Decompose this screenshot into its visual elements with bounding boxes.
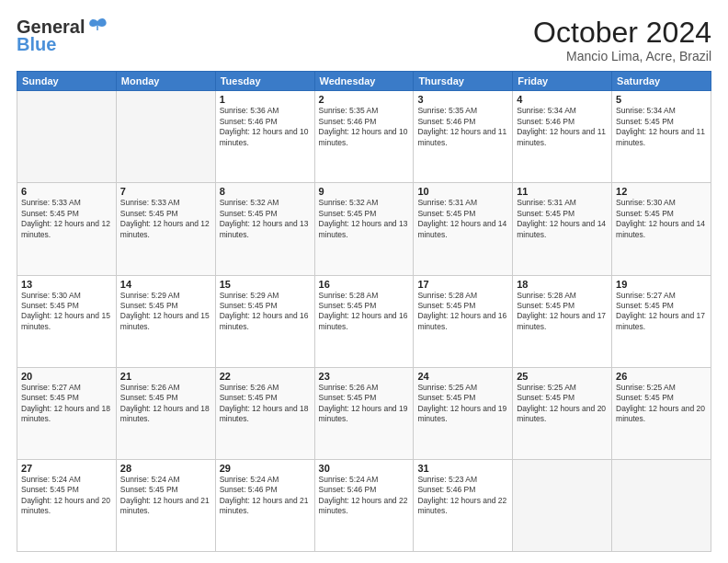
- calendar-week-row: 6Sunrise: 5:33 AMSunset: 5:45 PMDaylight…: [17, 183, 711, 275]
- day-info: Sunrise: 5:35 AMSunset: 5:46 PMDaylight:…: [319, 106, 410, 148]
- day-number: 14: [120, 279, 211, 290]
- day-info: Sunrise: 5:27 AMSunset: 5:45 PMDaylight:…: [21, 383, 112, 425]
- day-number: 1: [220, 94, 311, 105]
- day-number: 8: [220, 186, 311, 197]
- calendar-cell: 24Sunrise: 5:25 AMSunset: 5:45 PMDayligh…: [414, 367, 513, 459]
- day-info: Sunrise: 5:31 AMSunset: 5:45 PMDaylight:…: [517, 198, 608, 240]
- day-info: Sunrise: 5:26 AMSunset: 5:45 PMDaylight:…: [220, 383, 311, 425]
- day-info: Sunrise: 5:30 AMSunset: 5:45 PMDaylight:…: [616, 198, 707, 240]
- page: General Blue October 2024 Mancio Lima, A…: [0, 0, 728, 563]
- logo-bird-icon: [88, 17, 108, 34]
- month-title: October 2024: [533, 17, 711, 49]
- calendar: SundayMondayTuesdayWednesdayThursdayFrid…: [17, 71, 711, 552]
- day-info: Sunrise: 5:24 AMSunset: 5:46 PMDaylight:…: [220, 475, 311, 517]
- day-info: Sunrise: 5:29 AMSunset: 5:45 PMDaylight:…: [120, 291, 211, 333]
- calendar-week-row: 20Sunrise: 5:27 AMSunset: 5:45 PMDayligh…: [17, 367, 711, 459]
- day-info: Sunrise: 5:30 AMSunset: 5:45 PMDaylight:…: [21, 291, 112, 333]
- location-title: Mancio Lima, Acre, Brazil: [533, 49, 711, 63]
- day-info: Sunrise: 5:32 AMSunset: 5:45 PMDaylight:…: [220, 198, 311, 240]
- weekday-header: Tuesday: [215, 72, 314, 91]
- weekday-header: Monday: [116, 72, 215, 91]
- calendar-cell: 23Sunrise: 5:26 AMSunset: 5:45 PMDayligh…: [314, 367, 414, 459]
- calendar-cell: 17Sunrise: 5:28 AMSunset: 5:45 PMDayligh…: [414, 275, 513, 367]
- day-info: Sunrise: 5:33 AMSunset: 5:45 PMDaylight:…: [21, 198, 112, 240]
- calendar-cell: 9Sunrise: 5:32 AMSunset: 5:45 PMDaylight…: [314, 183, 414, 275]
- day-number: 2: [319, 94, 410, 105]
- calendar-cell: 19Sunrise: 5:27 AMSunset: 5:45 PMDayligh…: [612, 275, 711, 367]
- day-info: Sunrise: 5:28 AMSunset: 5:45 PMDaylight:…: [417, 291, 508, 333]
- day-number: 28: [120, 463, 211, 474]
- calendar-cell: 26Sunrise: 5:25 AMSunset: 5:45 PMDayligh…: [612, 367, 711, 459]
- calendar-cell: 5Sunrise: 5:34 AMSunset: 5:45 PMDaylight…: [612, 91, 711, 183]
- calendar-week-row: 27Sunrise: 5:24 AMSunset: 5:45 PMDayligh…: [17, 459, 711, 551]
- calendar-body: 1Sunrise: 5:36 AMSunset: 5:46 PMDaylight…: [17, 91, 711, 552]
- day-number: 6: [21, 186, 112, 197]
- day-info: Sunrise: 5:26 AMSunset: 5:45 PMDaylight:…: [120, 383, 211, 425]
- calendar-cell: [116, 91, 215, 183]
- day-number: 29: [220, 463, 311, 474]
- weekday-header: Sunday: [17, 72, 117, 91]
- day-info: Sunrise: 5:25 AMSunset: 5:45 PMDaylight:…: [517, 383, 608, 425]
- weekday-header: Wednesday: [314, 72, 414, 91]
- calendar-cell: 8Sunrise: 5:32 AMSunset: 5:45 PMDaylight…: [215, 183, 314, 275]
- day-number: 25: [517, 371, 608, 382]
- weekday-header: Saturday: [612, 72, 711, 91]
- calendar-week-row: 13Sunrise: 5:30 AMSunset: 5:45 PMDayligh…: [17, 275, 711, 367]
- day-number: 18: [517, 279, 608, 290]
- day-number: 5: [616, 94, 707, 105]
- calendar-cell: 11Sunrise: 5:31 AMSunset: 5:45 PMDayligh…: [513, 183, 612, 275]
- calendar-cell: 3Sunrise: 5:35 AMSunset: 5:46 PMDaylight…: [414, 91, 513, 183]
- day-info: Sunrise: 5:34 AMSunset: 5:45 PMDaylight:…: [616, 106, 707, 148]
- weekday-header: Thursday: [414, 72, 513, 91]
- calendar-cell: [513, 459, 612, 551]
- calendar-cell: 4Sunrise: 5:34 AMSunset: 5:46 PMDaylight…: [513, 91, 612, 183]
- day-number: 11: [517, 186, 608, 197]
- day-number: 30: [319, 463, 410, 474]
- day-number: 12: [616, 186, 707, 197]
- day-number: 31: [417, 463, 508, 474]
- day-info: Sunrise: 5:28 AMSunset: 5:45 PMDaylight:…: [517, 291, 608, 333]
- day-info: Sunrise: 5:31 AMSunset: 5:45 PMDaylight:…: [417, 198, 508, 240]
- day-number: 16: [319, 279, 410, 290]
- calendar-header-row: SundayMondayTuesdayWednesdayThursdayFrid…: [17, 72, 711, 91]
- day-info: Sunrise: 5:25 AMSunset: 5:45 PMDaylight:…: [616, 383, 707, 425]
- day-info: Sunrise: 5:36 AMSunset: 5:46 PMDaylight:…: [220, 106, 311, 148]
- day-number: 21: [120, 371, 211, 382]
- calendar-cell: 30Sunrise: 5:24 AMSunset: 5:46 PMDayligh…: [314, 459, 414, 551]
- calendar-cell: 18Sunrise: 5:28 AMSunset: 5:45 PMDayligh…: [513, 275, 612, 367]
- calendar-cell: 20Sunrise: 5:27 AMSunset: 5:45 PMDayligh…: [17, 367, 117, 459]
- day-info: Sunrise: 5:28 AMSunset: 5:45 PMDaylight:…: [319, 291, 410, 333]
- day-number: 3: [417, 94, 508, 105]
- calendar-cell: 13Sunrise: 5:30 AMSunset: 5:45 PMDayligh…: [17, 275, 117, 367]
- calendar-week-row: 1Sunrise: 5:36 AMSunset: 5:46 PMDaylight…: [17, 91, 711, 183]
- day-number: 23: [319, 371, 410, 382]
- calendar-cell: 27Sunrise: 5:24 AMSunset: 5:45 PMDayligh…: [17, 459, 117, 551]
- day-number: 10: [417, 186, 508, 197]
- day-info: Sunrise: 5:29 AMSunset: 5:45 PMDaylight:…: [220, 291, 311, 333]
- day-number: 9: [319, 186, 410, 197]
- day-info: Sunrise: 5:24 AMSunset: 5:45 PMDaylight:…: [120, 475, 211, 517]
- calendar-cell: 2Sunrise: 5:35 AMSunset: 5:46 PMDaylight…: [314, 91, 414, 183]
- day-info: Sunrise: 5:24 AMSunset: 5:46 PMDaylight:…: [319, 475, 410, 517]
- day-number: 19: [616, 279, 707, 290]
- day-info: Sunrise: 5:32 AMSunset: 5:45 PMDaylight:…: [319, 198, 410, 240]
- day-info: Sunrise: 5:33 AMSunset: 5:45 PMDaylight:…: [120, 198, 211, 240]
- day-number: 24: [417, 371, 508, 382]
- day-number: 15: [220, 279, 311, 290]
- calendar-cell: 22Sunrise: 5:26 AMSunset: 5:45 PMDayligh…: [215, 367, 314, 459]
- day-info: Sunrise: 5:23 AMSunset: 5:46 PMDaylight:…: [417, 475, 508, 517]
- calendar-cell: 31Sunrise: 5:23 AMSunset: 5:46 PMDayligh…: [414, 459, 513, 551]
- calendar-cell: 7Sunrise: 5:33 AMSunset: 5:45 PMDaylight…: [116, 183, 215, 275]
- calendar-cell: 21Sunrise: 5:26 AMSunset: 5:45 PMDayligh…: [116, 367, 215, 459]
- calendar-cell: 29Sunrise: 5:24 AMSunset: 5:46 PMDayligh…: [215, 459, 314, 551]
- day-info: Sunrise: 5:34 AMSunset: 5:46 PMDaylight:…: [517, 106, 608, 148]
- calendar-cell: 28Sunrise: 5:24 AMSunset: 5:45 PMDayligh…: [116, 459, 215, 551]
- calendar-cell: 12Sunrise: 5:30 AMSunset: 5:45 PMDayligh…: [612, 183, 711, 275]
- calendar-cell: [17, 91, 117, 183]
- day-number: 13: [21, 279, 112, 290]
- title-section: October 2024 Mancio Lima, Acre, Brazil: [533, 17, 711, 63]
- day-info: Sunrise: 5:27 AMSunset: 5:45 PMDaylight:…: [616, 291, 707, 333]
- calendar-cell: 6Sunrise: 5:33 AMSunset: 5:45 PMDaylight…: [17, 183, 117, 275]
- day-number: 17: [417, 279, 508, 290]
- calendar-cell: 10Sunrise: 5:31 AMSunset: 5:45 PMDayligh…: [414, 183, 513, 275]
